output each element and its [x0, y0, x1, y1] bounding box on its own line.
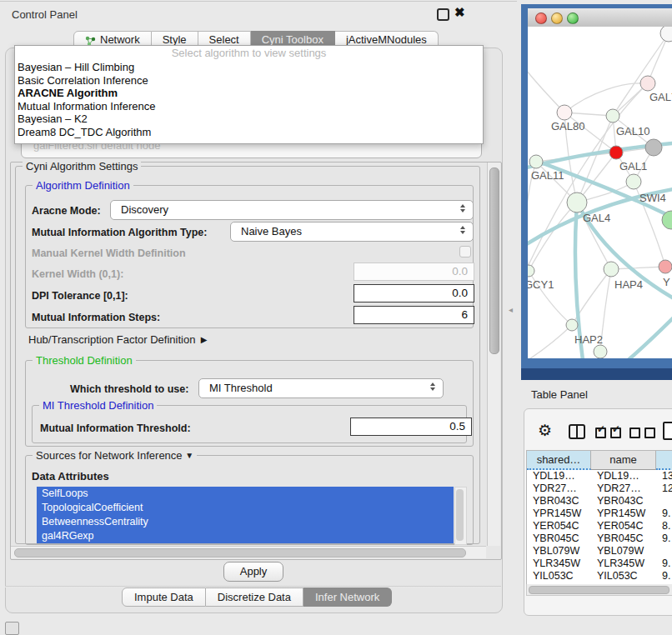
- column-header-name[interactable]: name: [591, 451, 656, 470]
- table-row[interactable]: YIL053CYIL053C9.: [527, 570, 672, 582]
- tab-discretize-data[interactable]: Discretize Data: [206, 588, 303, 607]
- network-node-y[interactable]: [659, 260, 672, 273]
- column-header-hidden[interactable]: [656, 451, 672, 470]
- table-row[interactable]: YBR045CYBR045C9.: [527, 532, 672, 545]
- algorithm-option-bayesian-k2[interactable]: Bayesian – K2: [15, 112, 483, 126]
- network-node[interactable]: [660, 27, 672, 42]
- dpi-tolerance-field[interactable]: 0.0: [354, 284, 474, 302]
- algorithm-option-dream8-dc-tdc-algorithm[interactable]: Dream8 DC_TDC Algorithm: [15, 126, 483, 139]
- mi-type-combobox[interactable]: Naive Bayes: [230, 222, 474, 242]
- network-edge[interactable]: [528, 63, 564, 112]
- table-cell: YER054C: [527, 520, 591, 532]
- table-row[interactable]: YBR043CYBR043C: [527, 495, 672, 508]
- gear-icon[interactable]: ⚙: [538, 421, 552, 440]
- collapsed-panel-button[interactable]: [5, 622, 19, 635]
- new-table-icon[interactable]: [663, 422, 672, 440]
- attribute-item-topologicalcoefficient[interactable]: TopologicalCoefficient: [37, 501, 454, 515]
- tab-infer-network[interactable]: Infer Network: [303, 588, 392, 607]
- table-panel-title: Table Panel: [531, 388, 588, 401]
- close-window-icon[interactable]: [535, 12, 547, 24]
- zoom-window-icon[interactable]: [567, 12, 579, 24]
- settings-vertical-scrollbar[interactable]: [487, 162, 500, 546]
- attribute-item-gal4rgexp[interactable]: gal4RGexp: [37, 529, 454, 543]
- algorithm-option-mutual-information-inference[interactable]: Mutual Information Inference: [15, 100, 483, 113]
- network-window-titlebar[interactable]: [528, 8, 672, 28]
- network-node-gal7[interactable]: [640, 76, 655, 91]
- network-edge[interactable]: [626, 310, 672, 358]
- network-node-hap4[interactable]: [604, 262, 619, 277]
- which-threshold-combobox[interactable]: MI Threshold: [198, 378, 444, 398]
- top-divider: [0, 1, 517, 2]
- scrollbar-thumb[interactable]: [529, 586, 669, 594]
- float-panel-icon[interactable]: [437, 8, 449, 21]
- scrollbar-thumb[interactable]: [489, 168, 499, 354]
- network-canvas[interactable]: GAL7GAL80GAL10GAL1GAL11SWI4GAL4GCY1HAP4Y…: [528, 27, 672, 358]
- sources-group-title: Sources for Network Inference ▼: [33, 449, 197, 462]
- minimize-window-icon[interactable]: [551, 12, 563, 24]
- aracne-mode-combobox[interactable]: Discovery: [110, 200, 474, 220]
- table-row[interactable]: YDR27…YDR27…12: [527, 482, 672, 495]
- network-edge[interactable]: [611, 267, 665, 269]
- table-row[interactable]: YER054CYER054C8.: [527, 520, 672, 532]
- network-node-hap2[interactable]: [566, 319, 578, 331]
- control-panel-title: Control Panel: [12, 8, 78, 21]
- attributes-list-scrollbar[interactable]: [454, 487, 467, 545]
- mi-steps-field[interactable]: 6: [354, 306, 474, 324]
- node-label-gal80: GAL80: [551, 120, 584, 132]
- network-node[interactable]: [594, 345, 607, 358]
- node-label-hap4: HAP4: [614, 278, 643, 291]
- attribute-item-selfloops[interactable]: SelfLoops: [37, 487, 454, 501]
- close-panel-icon[interactable]: ✖: [454, 5, 465, 20]
- table-row[interactable]: YLR345WYLR345W9.: [527, 558, 672, 570]
- table-cell: 9.: [656, 508, 672, 520]
- attributes-listbox[interactable]: SelfLoopsTopologicalCoefficientBetweenne…: [37, 487, 454, 543]
- collapse-down-icon[interactable]: ▼: [185, 451, 193, 460]
- table-row[interactable]: YBL079WYBL079W: [527, 545, 672, 558]
- table-row[interactable]: YDL19…YDL19…13: [527, 470, 672, 482]
- tab-impute-data[interactable]: Impute Data: [122, 588, 206, 607]
- algorithm-definition-title: Algorithm Definition: [33, 179, 133, 192]
- network-edge[interactable]: [564, 83, 648, 112]
- network-node-gal4[interactable]: [567, 192, 587, 212]
- manual-kernel-checkbox[interactable]: [459, 246, 471, 258]
- settings-horizontal-scrollbar[interactable]: [11, 546, 486, 558]
- algorithm-option-bayesian-hill-climbing[interactable]: Bayesian – Hill Climbing: [15, 61, 483, 74]
- table-cell: YIL053C: [591, 570, 656, 582]
- aracne-mode-value: Discovery: [121, 203, 168, 216]
- network-edge[interactable]: [528, 325, 572, 358]
- algorithm-option-basic-correlation-inference[interactable]: Basic Correlation Inference: [15, 74, 483, 88]
- network-node[interactable]: [645, 139, 662, 156]
- application-window: Control Panel ✖ NetworkStyleSelectCyni T…: [0, 0, 672, 635]
- table-cell: YBR043C: [527, 495, 591, 508]
- splitter-collapse-arrow[interactable]: ◂: [509, 305, 513, 314]
- node-label-swi4: SWI4: [639, 192, 666, 204]
- network-edge[interactable]: [613, 33, 669, 116]
- table-horizontal-scrollbar[interactable]: [526, 584, 672, 596]
- deselect-all-columns-icon[interactable]: [629, 428, 655, 438]
- network-node-gal10[interactable]: [606, 109, 619, 122]
- network-node-gal11[interactable]: [529, 155, 543, 168]
- column-header-shared[interactable]: shared…: [527, 451, 591, 470]
- hub-definition-toggle[interactable]: Hub/Transcription Factor Definition ▶: [28, 333, 207, 346]
- apply-button[interactable]: Apply: [223, 562, 283, 582]
- split-view-icon[interactable]: [569, 424, 585, 439]
- mi-threshold-field[interactable]: 0.5: [350, 418, 472, 436]
- spinner-arrows-icon: [460, 226, 465, 234]
- mi-steps-label: Mutual Information Steps:: [32, 312, 160, 323]
- kernel-width-field[interactable]: 0.0: [354, 262, 474, 281]
- scrollbar-thumb[interactable]: [14, 548, 466, 558]
- algorithm-option-aracne-algorithm[interactable]: ARACNE Algorithm: [15, 87, 483, 100]
- network-node-gcy1[interactable]: [528, 265, 534, 277]
- kernel-width-label: Kernel Width (0,1):: [32, 268, 123, 280]
- node-label-y: Y: [663, 276, 670, 288]
- table-cell: YDR27…: [527, 482, 591, 495]
- attribute-item-betweennesscentrality[interactable]: BetweennessCentrality: [37, 515, 454, 529]
- algorithm-list: Bayesian – Hill ClimbingBasic Correlatio…: [15, 61, 483, 138]
- network-node-swi4[interactable]: [626, 174, 641, 189]
- table-cell: YPR145W: [527, 508, 591, 520]
- network-node-gal80[interactable]: [557, 105, 572, 120]
- select-all-columns-icon[interactable]: [595, 428, 621, 438]
- node-label-hap2: HAP2: [574, 333, 603, 346]
- network-node-gal1[interactable]: [609, 146, 623, 159]
- table-row[interactable]: YPR145WYPR145W9.: [527, 508, 672, 520]
